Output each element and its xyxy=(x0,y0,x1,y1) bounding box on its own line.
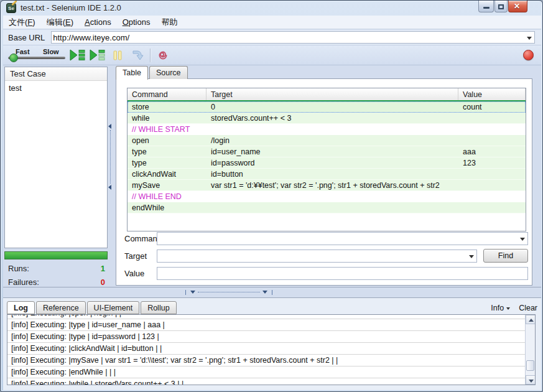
value-field-row: Value xyxy=(124,266,528,280)
cell-value xyxy=(458,180,526,190)
failures-label: Failures: xyxy=(8,278,39,287)
cell-command: open xyxy=(128,135,207,146)
tab-reference[interactable]: Reference xyxy=(36,301,86,314)
play-entire-suite-button[interactable] xyxy=(69,49,86,62)
log-line: [info] Executing: |type | id=user_name |… xyxy=(7,319,525,331)
editor-panel: Table Source Command Target Value store … xyxy=(113,65,534,287)
pause-button[interactable] xyxy=(109,49,126,62)
slider-knob[interactable] xyxy=(9,54,18,62)
record-button[interactable] xyxy=(523,50,534,60)
horizontal-splitter[interactable] xyxy=(3,287,541,298)
cell-value xyxy=(458,124,526,135)
chevron-down-icon[interactable] xyxy=(469,255,474,258)
scroll-up-button[interactable] xyxy=(526,315,536,324)
tab-source[interactable]: Source xyxy=(149,66,188,79)
table-row[interactable]: type id=user_name aaa xyxy=(128,146,526,157)
target-input[interactable] xyxy=(159,250,465,262)
log-actions: Info Clear xyxy=(491,304,537,314)
collapse-down-icon[interactable] xyxy=(190,291,195,294)
test-case-list[interactable]: test xyxy=(5,81,107,248)
splitter-grip[interactable] xyxy=(198,292,260,292)
table-row[interactable]: clickAndWait id=button xyxy=(128,169,526,180)
command-input[interactable] xyxy=(159,233,516,245)
base-url-label: Base URL xyxy=(3,33,51,42)
tab-rollup[interactable]: Rollup xyxy=(141,301,176,314)
menu-help[interactable]: 帮助 xyxy=(155,16,183,29)
chevron-down-icon[interactable] xyxy=(527,37,532,40)
tab-table[interactable]: Table xyxy=(116,66,148,80)
table-row[interactable]: store 0 count xyxy=(128,101,526,113)
value-input[interactable] xyxy=(157,268,527,279)
arrow-up-icon xyxy=(529,319,534,322)
command-field-label: Command xyxy=(124,234,157,243)
cell-command: type xyxy=(128,157,207,168)
table-row[interactable]: endWhile xyxy=(128,202,526,213)
info-filter-button[interactable]: Info xyxy=(491,304,510,312)
minimize-button[interactable] xyxy=(478,1,494,12)
splitter-grip[interactable] xyxy=(110,130,111,184)
target-combobox[interactable] xyxy=(157,250,477,263)
value-inputbox[interactable] xyxy=(157,267,528,280)
cell-target xyxy=(207,191,458,202)
collapse-left-icon[interactable] xyxy=(108,185,111,190)
table-row[interactable]: mySave var str1 = 'd:¥¥test'; var str2 =… xyxy=(128,180,526,191)
collapse-down-icon[interactable] xyxy=(262,291,267,294)
cell-command: // WHILE END xyxy=(128,191,207,202)
vertical-splitter[interactable] xyxy=(108,67,113,287)
chevron-down-icon xyxy=(506,307,510,310)
menu-actions[interactable]: Actions xyxy=(79,16,117,28)
tab-log[interactable]: Log xyxy=(7,301,35,314)
scroll-down-button[interactable] xyxy=(526,375,536,385)
play-suite-icon xyxy=(70,49,86,61)
close-button[interactable]: ✕ xyxy=(508,1,527,12)
step-icon xyxy=(131,50,144,60)
table-row[interactable]: // WHILE END xyxy=(128,191,526,202)
table-row[interactable]: type id=password 123 xyxy=(128,157,526,169)
pause-icon xyxy=(113,50,123,60)
step-button[interactable] xyxy=(129,49,146,62)
chevron-down-icon[interactable] xyxy=(520,238,525,241)
tab-ui-element[interactable]: UI-Element xyxy=(87,301,140,314)
menu-edit[interactable]: 编辑(E) xyxy=(41,16,79,29)
cell-target: /login xyxy=(207,135,458,146)
table-row[interactable]: open /login xyxy=(128,135,526,146)
menu-file[interactable]: 文件(F) xyxy=(3,16,41,29)
target-field-label: Target xyxy=(124,251,157,261)
titlebar[interactable]: Se test.txt - Selenium IDE 1.2.0 ✕ xyxy=(1,1,542,16)
table-row[interactable]: // WHILE START xyxy=(128,124,526,135)
cell-target: 0 xyxy=(207,101,458,112)
column-value[interactable]: Value xyxy=(458,88,526,100)
base-url-combobox[interactable] xyxy=(51,31,535,44)
base-url-input[interactable] xyxy=(53,32,523,43)
menu-options[interactable]: Options xyxy=(117,16,156,28)
table-header: Command Target Value xyxy=(128,88,526,101)
column-target[interactable]: Target xyxy=(207,88,458,100)
test-case-item[interactable]: test xyxy=(5,81,107,93)
collapse-left-icon[interactable] xyxy=(108,124,111,129)
cell-command: while xyxy=(128,113,207,123)
play-current-test-button[interactable] xyxy=(89,49,106,62)
log-tabs: Log Reference UI-Element Rollup Info Cle… xyxy=(7,301,537,314)
cell-command: // WHILE START xyxy=(128,124,207,135)
minimize-icon xyxy=(483,7,490,9)
rollup-button[interactable] xyxy=(154,49,172,62)
log-scrollbar[interactable] xyxy=(525,315,535,385)
runs-value: 1 xyxy=(101,264,105,273)
rollup-icon xyxy=(157,50,169,61)
find-button[interactable]: Find xyxy=(483,249,528,263)
base-url-row: Base URL xyxy=(3,30,541,45)
log-section: Log Reference UI-Element Rollup Info Cle… xyxy=(3,298,541,390)
speed-slider[interactable]: Fast Slow xyxy=(6,47,68,64)
clear-button[interactable]: Clear xyxy=(519,304,537,312)
cell-command: store xyxy=(128,101,207,112)
scrollbar-thumb[interactable] xyxy=(526,360,534,371)
maximize-button[interactable] xyxy=(494,1,508,12)
table-row[interactable]: while storedVars.count++ < 3 xyxy=(128,113,526,124)
command-combobox[interactable] xyxy=(157,232,528,245)
cell-target xyxy=(207,124,458,135)
column-command[interactable]: Command xyxy=(128,88,207,100)
cell-command: clickAndWait xyxy=(128,169,207,179)
cell-command: mySave xyxy=(128,180,207,190)
editor-box: Command Target Value store 0 count while… xyxy=(116,78,532,286)
log-line: [info] Executing: |type | id=password | … xyxy=(7,331,525,343)
